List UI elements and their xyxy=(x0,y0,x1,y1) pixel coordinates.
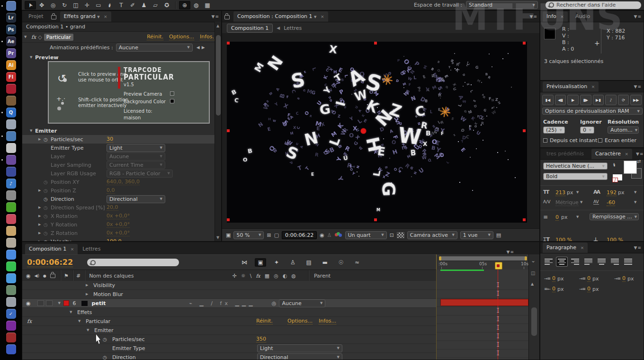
view-axis-mode-icon[interactable]: ▦ xyxy=(202,1,213,9)
stopwatch-icon[interactable]: ◷ xyxy=(44,214,51,219)
motion-blur-icon[interactable]: ▬ xyxy=(319,258,331,267)
timeline-row-particles-sec[interactable]: ◷Particles/sec350 xyxy=(22,335,436,344)
timeline-row-particular[interactable]: fx▼ParticularRéinit.Options...Infos... xyxy=(22,317,436,326)
twirl-down-icon[interactable]: ▼ xyxy=(78,319,83,323)
hand-tool-icon[interactable]: ✥ xyxy=(36,1,47,9)
timeline-row-effets[interactable]: ▼Effets xyxy=(22,308,436,317)
property-dropdown[interactable]: Directional▼ xyxy=(257,353,342,360)
param-dropdown[interactable]: Light▼ xyxy=(107,144,165,152)
current-time-indicator-head[interactable] xyxy=(495,262,502,270)
last-frame-button[interactable]: ▶▮ xyxy=(593,95,604,105)
resolution-dropdown[interactable]: Un quart ▼ xyxy=(345,231,387,239)
scroll-up-icon[interactable]: ▲ xyxy=(531,282,534,286)
timeline-row-emitter-type[interactable]: Emitter TypeLight▼ xyxy=(22,344,436,353)
layer-color-swatch[interactable] xyxy=(63,300,69,306)
dock-item-spotify[interactable] xyxy=(0,261,22,272)
composition-frame[interactable]: NOEMEXQPPUWDKEBAAHYSEOUOXALZLOEUFLFZEXWC… xyxy=(227,42,527,223)
close-icon[interactable]: × xyxy=(321,14,324,19)
param-dropdown[interactable]: Current Time▼ xyxy=(107,161,165,169)
twirl-right-icon[interactable]: ▶ xyxy=(86,292,91,296)
twirl-right-icon[interactable]: ▶ xyxy=(38,137,44,141)
align-right-button[interactable] xyxy=(570,257,581,266)
photoshop-icon[interactable]: Ps xyxy=(6,25,16,35)
clone-stamp-tool-icon[interactable]: ♟ xyxy=(138,1,150,9)
swap-colors-icon[interactable]: ⇄ xyxy=(637,159,641,164)
indent-first-line-field[interactable]: →≡0px xyxy=(579,275,599,282)
stopwatch-icon[interactable]: ◷ xyxy=(44,231,51,236)
illustrator-icon[interactable]: Ai xyxy=(6,60,16,70)
options-link[interactable]: Options... xyxy=(169,34,194,40)
dock-item-illustrator[interactable]: Ai xyxy=(0,59,22,71)
current-timecode[interactable]: 0:00:06:22 xyxy=(27,258,73,267)
shape-tool-icon[interactable]: ▭ xyxy=(93,1,104,9)
play-button[interactable]: ▶ xyxy=(567,95,579,105)
cadence-dropdown[interactable]: (25) ▼ xyxy=(543,126,565,134)
flash-icon[interactable]: Fl xyxy=(6,72,16,82)
solo-switch-box[interactable] xyxy=(46,300,53,306)
panel-menu-icon[interactable]: ▼≡ xyxy=(634,245,641,250)
keyframe-row[interactable]: I xyxy=(437,281,529,290)
dock-item-sphere[interactable] xyxy=(0,166,22,178)
after-effects-icon[interactable]: Ae xyxy=(6,36,16,46)
font-style-dropdown[interactable]: Bold ▼ xyxy=(543,173,608,180)
pen-tool-icon[interactable]: ✒ xyxy=(104,1,116,9)
audio-button[interactable]: ♪ xyxy=(605,95,617,105)
layer-anchor-point[interactable] xyxy=(361,128,366,134)
live-update-icon[interactable]: ▣ xyxy=(255,258,266,267)
param-dropdown[interactable]: RGB - Particle Color▼ xyxy=(107,170,173,178)
fx-row-emitter-type[interactable]: Emitter TypeLight▼ xyxy=(22,144,215,152)
dock-item-beads[interactable] xyxy=(0,95,22,107)
layer-name-column-header[interactable]: Nom des calques xyxy=(89,273,134,279)
dock-item-red-app[interactable] xyxy=(0,83,22,95)
dock-item-planner[interactable] xyxy=(0,213,22,225)
eraser-tool-icon[interactable]: ▱ xyxy=(150,1,161,9)
fx-row-x-rotation[interactable]: ▶◷X Rotation0x +0,0° xyxy=(22,212,215,220)
effect-panel-scrollbar[interactable]: ▲ ▼ xyxy=(215,22,222,242)
panel-menu-icon[interactable]: ▼≡ xyxy=(530,14,537,19)
textedit-icon[interactable] xyxy=(6,143,16,153)
fx-row-position-z[interactable]: ▶◷Position Z0,0 xyxy=(22,186,215,195)
dock-item-flash[interactable]: Fl xyxy=(0,71,22,83)
workspace-dropdown[interactable]: Standard ▼ xyxy=(466,1,538,9)
local-axis-mode-icon[interactable]: ⊕ xyxy=(179,1,190,9)
selection-handle[interactable] xyxy=(523,129,526,132)
param-value[interactable]: 0x +0,0° xyxy=(107,230,130,236)
toaster-icon[interactable] xyxy=(6,238,16,248)
lock-icon[interactable] xyxy=(224,15,230,19)
puppet-pin-tool-icon[interactable]: ✪ xyxy=(161,1,172,9)
spotify-icon[interactable] xyxy=(6,261,16,271)
preview-resolution-dropdown[interactable]: Autom... ▼ xyxy=(608,126,639,134)
keyframe-row[interactable]: I xyxy=(437,306,529,315)
keyframe-row[interactable]: I xyxy=(437,289,529,298)
selection-handle[interactable] xyxy=(227,218,230,221)
selection-handle[interactable] xyxy=(227,42,230,45)
tab-audio[interactable]: Audio xyxy=(572,11,594,22)
lightroom-icon[interactable]: Lr xyxy=(6,13,16,23)
selection-handle[interactable] xyxy=(227,129,230,132)
safe-margins-icon[interactable]: ⊞ xyxy=(267,232,271,238)
tab-projet[interactable]: Projet xyxy=(25,11,47,22)
stopwatch-icon[interactable]: ◷ xyxy=(103,355,110,360)
layer-duration-bar[interactable] xyxy=(440,299,528,306)
twirl-down-icon[interactable]: ▼ xyxy=(30,55,35,59)
indent-left-field[interactable]: →≡0px xyxy=(544,275,564,282)
beads-icon[interactable] xyxy=(6,96,16,106)
dock-item-premiere[interactable]: Pr xyxy=(0,47,22,59)
close-icon[interactable]: × xyxy=(71,247,74,252)
show-channel-icon[interactable] xyxy=(335,232,342,238)
chevron-down-icon[interactable]: ▼ xyxy=(634,200,636,204)
dock-item-ichat[interactable] xyxy=(0,249,22,261)
current-time-indicator-line[interactable] xyxy=(498,269,498,360)
dock-item-safari[interactable] xyxy=(0,130,22,142)
always-preview-icon[interactable]: ▣ xyxy=(226,232,231,238)
things-icon[interactable]: ✓ xyxy=(6,309,16,319)
effect-name[interactable]: Particular xyxy=(44,34,73,41)
stroke-width-value[interactable]: 0 xyxy=(555,214,559,221)
dock-item-after-effects[interactable]: Ae xyxy=(0,36,22,47)
tab-info[interactable]: Info × xyxy=(543,11,568,22)
options-link[interactable]: Options... xyxy=(287,318,313,324)
preview-icon[interactable] xyxy=(6,119,16,129)
param-value[interactable]: 30 xyxy=(107,136,113,143)
dock-item-camera[interactable] xyxy=(0,296,22,308)
work-area-start-handle[interactable] xyxy=(439,256,441,261)
